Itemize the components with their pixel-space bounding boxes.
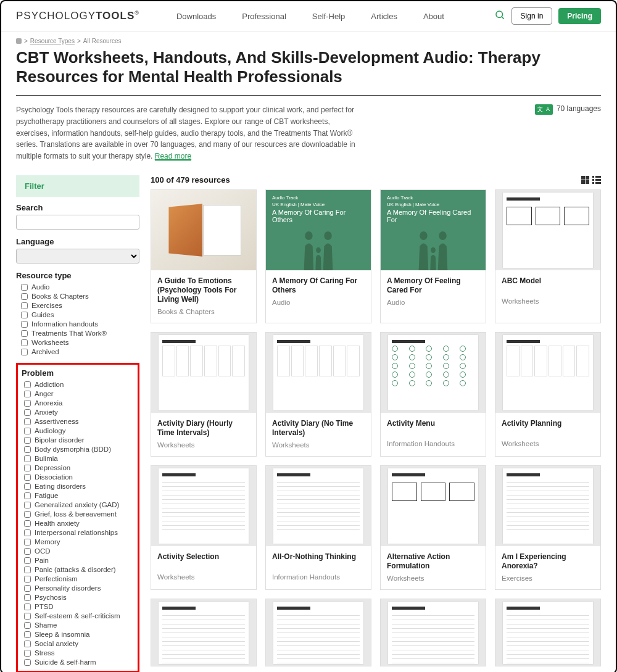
- problem-option[interactable]: Grief, loss & bereavement: [19, 510, 136, 519]
- checkbox-icon[interactable]: [24, 483, 31, 490]
- resource-card[interactable]: Audio TrackUK English | Male VoiceA Memo…: [380, 189, 486, 323]
- checkbox-icon[interactable]: [21, 321, 28, 328]
- resource-card[interactable]: A Guide To Emotions (Psychology Tools Fo…: [151, 189, 257, 323]
- checkbox-icon[interactable]: [24, 622, 31, 629]
- grid-view-icon[interactable]: [581, 176, 590, 185]
- resource-card[interactable]: All-Or-Nothing ThinkingInformation Hando…: [265, 465, 371, 590]
- checkbox-icon[interactable]: [24, 418, 31, 425]
- problem-option[interactable]: Panic (attacks & disorder): [19, 565, 136, 575]
- checkbox-icon[interactable]: [21, 293, 28, 300]
- problem-option[interactable]: Sleep & insomnia: [19, 630, 136, 639]
- problem-option[interactable]: Self-esteem & self-criticism: [19, 612, 136, 621]
- problem-option[interactable]: Audiology: [19, 426, 136, 436]
- problem-option[interactable]: Anorexia: [19, 399, 136, 408]
- checkbox-icon[interactable]: [21, 330, 28, 337]
- checkbox-icon[interactable]: [24, 409, 31, 416]
- resource-type-option[interactable]: Treatments That Work®: [16, 329, 139, 338]
- resource-card[interactable]: [380, 599, 486, 666]
- checkbox-icon[interactable]: [24, 520, 31, 527]
- resource-type-option[interactable]: Guides: [16, 310, 139, 320]
- resource-card[interactable]: Activity Diary (Hourly Time Intervals)Wo…: [151, 332, 257, 457]
- checkbox-icon[interactable]: [24, 400, 31, 407]
- problem-option[interactable]: Memory: [19, 537, 136, 547]
- problem-option[interactable]: Body dysmorphia (BDD): [19, 445, 136, 454]
- checkbox-icon[interactable]: [24, 631, 31, 638]
- problem-option[interactable]: Social anxiety: [19, 639, 136, 649]
- problem-option[interactable]: Pain: [19, 556, 136, 565]
- resource-card[interactable]: ABC ModelWorksheets: [495, 189, 601, 323]
- problem-option[interactable]: Stress: [19, 649, 136, 658]
- resource-card[interactable]: [495, 599, 601, 666]
- checkbox-icon[interactable]: [21, 312, 28, 318]
- pricing-button[interactable]: Pricing: [558, 8, 601, 24]
- language-select[interactable]: [16, 249, 139, 263]
- checkbox-icon[interactable]: [21, 284, 28, 291]
- list-view-icon[interactable]: [592, 176, 601, 185]
- checkbox-icon[interactable]: [24, 650, 31, 657]
- search-input[interactable]: [16, 215, 139, 230]
- problem-option[interactable]: Personality disorders: [19, 584, 136, 593]
- nav-articles[interactable]: Articles: [371, 12, 397, 21]
- search-icon[interactable]: [494, 9, 505, 23]
- checkbox-icon[interactable]: [21, 302, 28, 309]
- problem-option[interactable]: Generalized anxiety (GAD): [19, 500, 136, 510]
- checkbox-icon[interactable]: [24, 576, 31, 583]
- checkbox-icon[interactable]: [24, 585, 31, 592]
- problem-option[interactable]: Dissociation: [19, 473, 136, 482]
- checkbox-icon[interactable]: [24, 613, 31, 620]
- problem-option[interactable]: Shame: [19, 621, 136, 630]
- problem-option[interactable]: Bulimia: [19, 454, 136, 463]
- resource-card[interactable]: Activity Diary (No Time Intervals)Worksh…: [265, 332, 371, 457]
- checkbox-icon[interactable]: [24, 502, 31, 508]
- checkbox-icon[interactable]: [24, 604, 31, 610]
- nav-about[interactable]: About: [423, 12, 444, 21]
- problem-option[interactable]: Suicide & self-harm: [19, 658, 136, 667]
- problem-option[interactable]: PTSD: [19, 602, 136, 612]
- resource-card[interactable]: Audio TrackUK English | Male VoiceA Memo…: [265, 189, 371, 323]
- problem-option[interactable]: OCD: [19, 547, 136, 556]
- checkbox-icon[interactable]: [21, 339, 28, 346]
- checkbox-icon[interactable]: [24, 381, 31, 388]
- resource-type-option[interactable]: Worksheets: [16, 338, 139, 347]
- language-badge[interactable]: 文 A 70 languages: [535, 104, 601, 162]
- problem-option[interactable]: Fatigue: [19, 491, 136, 500]
- problem-option[interactable]: Health anxiety: [19, 519, 136, 528]
- checkbox-icon[interactable]: [24, 511, 31, 518]
- resource-card[interactable]: Activity SelectionWorksheets: [151, 465, 257, 590]
- problem-option[interactable]: Eating disorders: [19, 482, 136, 491]
- problem-option[interactable]: Anxiety: [19, 408, 136, 417]
- checkbox-icon[interactable]: [24, 539, 31, 545]
- breadcrumb-link[interactable]: Resource Types: [30, 38, 75, 44]
- problem-option[interactable]: Assertiveness: [19, 417, 136, 426]
- resource-type-option[interactable]: Books & Chapters: [16, 292, 139, 301]
- problem-option[interactable]: Psychosis: [19, 593, 136, 602]
- signin-button[interactable]: Sign in: [511, 7, 553, 25]
- resource-card[interactable]: Alternative Action FormulationWorksheets: [380, 465, 486, 590]
- problem-option[interactable]: Addiction: [19, 380, 136, 389]
- problem-option[interactable]: Perfectionism: [19, 575, 136, 584]
- problem-option[interactable]: Interpersonal relationships: [19, 528, 136, 537]
- nav-selfhelp[interactable]: Self-Help: [312, 12, 345, 21]
- checkbox-icon[interactable]: [24, 548, 31, 555]
- checkbox-icon[interactable]: [24, 455, 31, 462]
- resource-type-option[interactable]: Information handouts: [16, 320, 139, 329]
- checkbox-icon[interactable]: [24, 557, 31, 564]
- nav-professional[interactable]: Professional: [242, 12, 286, 21]
- checkbox-icon[interactable]: [24, 492, 31, 499]
- resource-card[interactable]: Activity MenuInformation Handouts: [380, 332, 486, 457]
- resource-card[interactable]: Activity PlanningWorksheets: [495, 332, 601, 457]
- read-more-link[interactable]: Read more: [155, 152, 191, 161]
- checkbox-icon[interactable]: [24, 428, 31, 434]
- resource-card[interactable]: Am I Experiencing Anorexia?Exercises: [495, 465, 601, 590]
- home-icon[interactable]: [16, 38, 22, 44]
- checkbox-icon[interactable]: [24, 529, 31, 536]
- resource-card[interactable]: [265, 599, 371, 666]
- nav-downloads[interactable]: Downloads: [176, 12, 216, 21]
- checkbox-icon[interactable]: [24, 446, 31, 453]
- resource-type-option[interactable]: Audio: [16, 283, 139, 292]
- resource-type-option[interactable]: Archived: [16, 347, 139, 357]
- checkbox-icon[interactable]: [24, 465, 31, 471]
- problem-option[interactable]: Anger: [19, 389, 136, 399]
- checkbox-icon[interactable]: [24, 437, 31, 444]
- problem-option[interactable]: Depression: [19, 463, 136, 473]
